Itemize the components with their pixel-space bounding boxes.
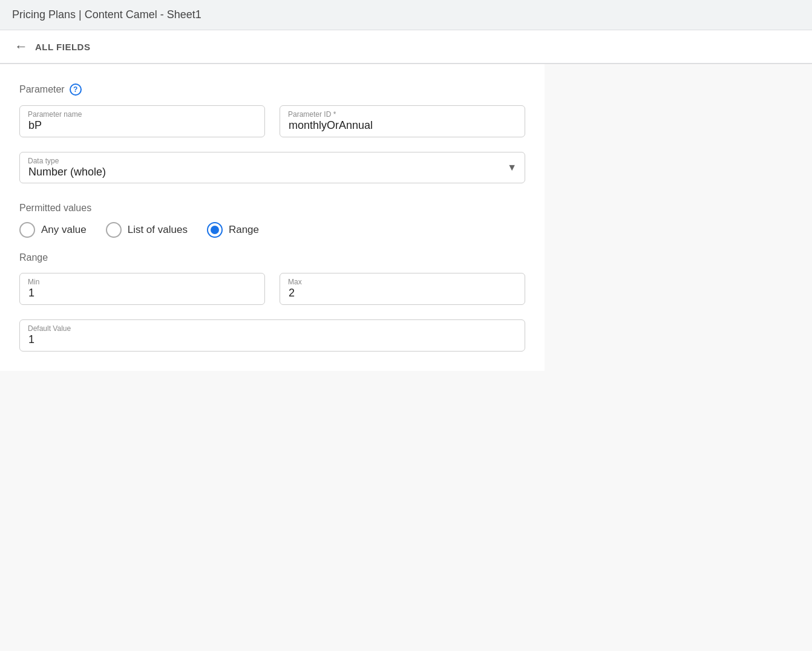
title-bar: Pricing Plans | Content Camel - Sheet1: [0, 0, 812, 30]
radio-circle-any: [19, 222, 35, 238]
parameter-fields-row: Parameter name Parameter ID *: [19, 105, 525, 137]
permitted-values-radio-group: Any value List of values Range: [19, 222, 525, 238]
range-fields-row: Min Max: [19, 273, 525, 305]
data-type-label: Data type: [28, 157, 59, 165]
parameter-name-group: Parameter name: [19, 105, 265, 137]
radio-label-any: Any value: [41, 224, 87, 236]
radio-circle-range: [207, 222, 223, 238]
range-min-group: Min: [19, 273, 265, 305]
default-value-input[interactable]: [19, 319, 525, 352]
parameter-id-label: Parameter ID *: [288, 110, 336, 119]
range-max-input[interactable]: [280, 273, 525, 305]
data-type-select-group: Data type Number (whole) Text Boolean Da…: [19, 152, 525, 183]
default-value-section: Default Value: [19, 319, 525, 352]
permitted-values-section: Permitted values Any value List of value…: [19, 203, 525, 238]
data-type-group: Data type Number (whole) Text Boolean Da…: [19, 152, 525, 183]
radio-option-any[interactable]: Any value: [19, 222, 87, 238]
data-type-select[interactable]: Number (whole) Text Boolean Date: [19, 152, 525, 183]
default-value-label: Default Value: [28, 324, 71, 333]
range-min-input[interactable]: [19, 273, 265, 305]
radio-label-range: Range: [229, 224, 259, 236]
main-content: Parameter ? Parameter name Parameter ID …: [0, 64, 545, 371]
radio-option-list[interactable]: List of values: [106, 222, 188, 238]
radio-label-list: List of values: [128, 224, 188, 236]
range-max-group: Max: [280, 273, 525, 305]
range-max-label: Max: [288, 278, 302, 286]
help-icon[interactable]: ?: [70, 83, 82, 96]
radio-circle-list: [106, 222, 122, 238]
nav-bar: ← ALL FIELDS: [0, 30, 812, 64]
permitted-values-label: Permitted values: [19, 203, 525, 214]
range-min-label: Min: [28, 278, 39, 286]
range-section: Range Min Max: [19, 252, 525, 305]
radio-option-range[interactable]: Range: [207, 222, 259, 238]
parameter-section: Parameter ?: [19, 83, 525, 96]
back-button[interactable]: ←: [15, 39, 28, 54]
nav-title: ALL FIELDS: [35, 42, 90, 52]
parameter-id-group: Parameter ID *: [280, 105, 525, 137]
parameter-label: Parameter: [19, 84, 65, 95]
default-value-group: Default Value: [19, 319, 525, 352]
parameter-name-label: Parameter name: [28, 110, 82, 119]
page-title: Pricing Plans | Content Camel - Sheet1: [12, 8, 201, 21]
range-label: Range: [19, 252, 525, 263]
